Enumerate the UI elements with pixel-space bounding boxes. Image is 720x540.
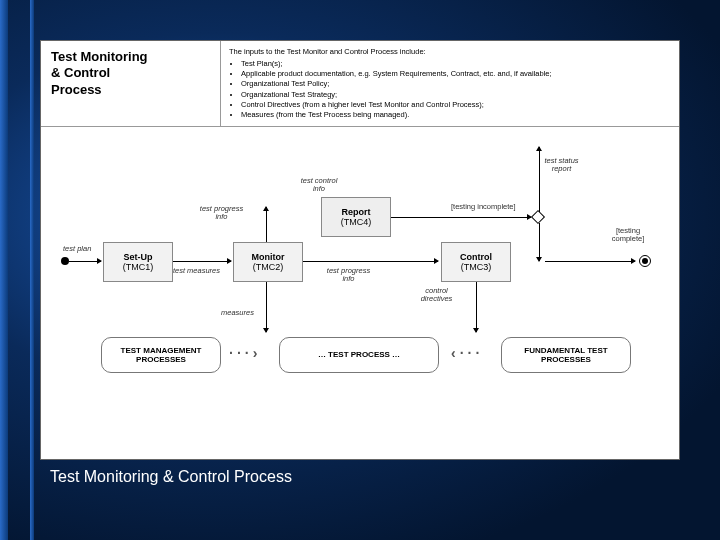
arrow bbox=[545, 261, 635, 262]
arrow bbox=[539, 147, 540, 212]
inputs-item: Measures (from the Test Process being ma… bbox=[241, 110, 671, 120]
arrow bbox=[173, 261, 231, 262]
label-tsr: test status report bbox=[539, 157, 584, 174]
inputs-list: Test Plan(s); Applicable product documen… bbox=[241, 59, 671, 120]
node-report-name: Report bbox=[324, 207, 388, 217]
inputs-item: Control Directives (from a higher level … bbox=[241, 100, 671, 110]
arrow bbox=[69, 261, 101, 262]
diagram-canvas: test plan Set-Up (TMC1) test measures Mo… bbox=[41, 127, 679, 387]
label-test-plan: test plan bbox=[63, 245, 91, 253]
label-tpi-1: test progress info bbox=[199, 205, 244, 222]
dashed-arrow-icon: ‹··· bbox=[451, 345, 483, 361]
inputs-item: Test Plan(s); bbox=[241, 59, 671, 69]
label-control-directives: control directives bbox=[409, 287, 464, 304]
arrow bbox=[391, 217, 531, 218]
label-test-measures: test measures bbox=[169, 267, 224, 275]
label-testing-incomplete: [testing incomplete] bbox=[451, 203, 516, 211]
node-control: Control (TMC3) bbox=[441, 242, 511, 282]
diagram-sheet: Test Monitoring& ControlProcess The inpu… bbox=[40, 40, 680, 460]
label-testing-complete: [testing complete] bbox=[603, 227, 653, 244]
arrow bbox=[303, 261, 438, 262]
decision-diamond-icon bbox=[531, 210, 545, 224]
arrow bbox=[476, 282, 477, 332]
box-tp: … TEST PROCESS … bbox=[279, 337, 439, 373]
node-control-code: (TMC3) bbox=[444, 262, 508, 272]
node-monitor-code: (TMC2) bbox=[236, 262, 300, 272]
label-measures: measures bbox=[221, 309, 254, 317]
box-tmp: TEST MANAGEMENT PROCESSES bbox=[101, 337, 221, 373]
arrow bbox=[539, 223, 540, 261]
inputs-box: The inputs to the Test Monitor and Contr… bbox=[221, 41, 679, 126]
node-report-code: (TMC4) bbox=[324, 217, 388, 227]
inputs-item: Organizational Test Strategy; bbox=[241, 90, 671, 100]
node-setup-name: Set-Up bbox=[106, 252, 170, 262]
slide-caption: Test Monitoring & Control Process bbox=[40, 468, 680, 486]
inputs-lead: The inputs to the Test Monitor and Contr… bbox=[229, 47, 671, 57]
node-setup-code: (TMC1) bbox=[106, 262, 170, 272]
node-monitor: Monitor (TMC2) bbox=[233, 242, 303, 282]
inputs-item: Organizational Test Policy; bbox=[241, 79, 671, 89]
node-report: Report (TMC4) bbox=[321, 197, 391, 237]
label-tci: test control info bbox=[299, 177, 339, 194]
node-monitor-name: Monitor bbox=[236, 252, 300, 262]
start-node-icon bbox=[61, 257, 69, 265]
node-control-name: Control bbox=[444, 252, 508, 262]
diagram-title: Test Monitoring& ControlProcess bbox=[41, 41, 221, 126]
dashed-arrow-icon: ···› bbox=[229, 345, 261, 361]
label-tpi-2: test progress info bbox=[321, 267, 376, 284]
inputs-item: Applicable product documentation, e.g. S… bbox=[241, 69, 671, 79]
end-node-icon bbox=[639, 255, 651, 267]
node-setup: Set-Up (TMC1) bbox=[103, 242, 173, 282]
arrow bbox=[266, 207, 267, 242]
header-row: Test Monitoring& ControlProcess The inpu… bbox=[41, 41, 679, 127]
arrow bbox=[266, 282, 267, 332]
box-ftp: FUNDAMENTAL TEST PROCESSES bbox=[501, 337, 631, 373]
